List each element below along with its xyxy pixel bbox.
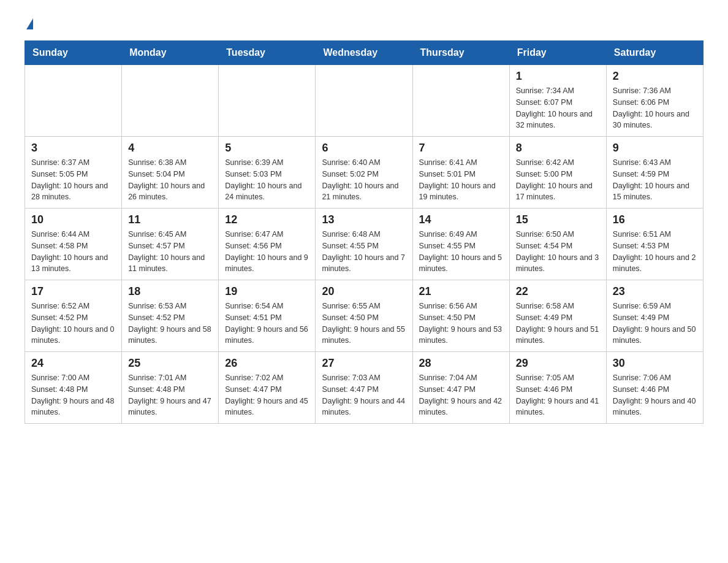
day-number: 21 <box>419 285 503 298</box>
day-detail: Sunrise: 7:34 AMSunset: 6:07 PMDaylight:… <box>516 85 600 131</box>
calendar-table: SundayMondayTuesdayWednesdayThursdayFrid… <box>25 40 703 424</box>
day-detail: Sunrise: 7:03 AMSunset: 4:47 PMDaylight:… <box>322 372 406 418</box>
day-number: 28 <box>419 357 503 370</box>
sunrise-text: Sunrise: 7:36 AM <box>613 85 697 97</box>
calendar-cell <box>122 65 219 137</box>
weekday-header-saturday: Saturday <box>606 41 703 65</box>
sunrise-text: Sunrise: 6:49 AM <box>419 229 503 240</box>
day-detail: Sunrise: 6:55 AMSunset: 4:50 PMDaylight:… <box>322 301 406 347</box>
sunrise-text: Sunrise: 6:55 AM <box>322 301 406 312</box>
day-detail: Sunrise: 6:53 AMSunset: 4:52 PMDaylight:… <box>128 301 212 347</box>
sunset-text: Sunset: 5:02 PM <box>322 169 406 180</box>
daylight-text: Daylight: 9 hours and 47 minutes. <box>128 396 212 419</box>
sunrise-text: Sunrise: 6:51 AM <box>613 229 697 240</box>
calendar-cell: 30Sunrise: 7:06 AMSunset: 4:46 PMDayligh… <box>606 352 703 424</box>
sunrise-text: Sunrise: 6:41 AM <box>419 157 503 169</box>
calendar-cell: 19Sunrise: 6:54 AMSunset: 4:51 PMDayligh… <box>219 280 316 352</box>
sunrise-text: Sunrise: 6:40 AM <box>322 157 406 169</box>
calendar-cell: 20Sunrise: 6:55 AMSunset: 4:50 PMDayligh… <box>316 280 412 352</box>
sunrise-text: Sunrise: 6:48 AM <box>322 229 406 240</box>
day-detail: Sunrise: 6:38 AMSunset: 5:04 PMDaylight:… <box>128 157 212 203</box>
sunset-text: Sunset: 4:46 PM <box>613 384 697 396</box>
sunrise-text: Sunrise: 7:06 AM <box>613 372 697 384</box>
calendar-body: 1Sunrise: 7:34 AMSunset: 6:07 PMDaylight… <box>25 65 703 424</box>
day-number: 9 <box>613 142 697 155</box>
sunset-text: Sunset: 5:05 PM <box>31 169 115 180</box>
sunrise-text: Sunrise: 6:53 AM <box>128 301 212 312</box>
calendar-cell <box>219 65 316 137</box>
calendar-cell: 13Sunrise: 6:48 AMSunset: 4:55 PMDayligh… <box>316 209 412 280</box>
calendar-cell <box>316 65 412 137</box>
calendar-cell: 24Sunrise: 7:00 AMSunset: 4:48 PMDayligh… <box>25 352 122 424</box>
daylight-text: Daylight: 10 hours and 13 minutes. <box>31 252 115 275</box>
calendar-cell: 11Sunrise: 6:45 AMSunset: 4:57 PMDayligh… <box>122 209 219 280</box>
weekday-header-friday: Friday <box>509 41 606 65</box>
sunrise-text: Sunrise: 6:37 AM <box>31 157 115 169</box>
calendar-cell: 14Sunrise: 6:49 AMSunset: 4:55 PMDayligh… <box>412 209 509 280</box>
day-detail: Sunrise: 7:01 AMSunset: 4:48 PMDaylight:… <box>128 372 212 418</box>
day-detail: Sunrise: 6:43 AMSunset: 4:59 PMDaylight:… <box>613 157 697 203</box>
calendar-week-row: 1Sunrise: 7:34 AMSunset: 6:07 PMDaylight… <box>25 65 703 137</box>
day-detail: Sunrise: 6:59 AMSunset: 4:49 PMDaylight:… <box>613 301 697 347</box>
sunset-text: Sunset: 4:58 PM <box>31 240 115 252</box>
day-number: 2 <box>613 70 697 83</box>
daylight-text: Daylight: 10 hours and 0 minutes. <box>31 324 115 347</box>
day-detail: Sunrise: 6:58 AMSunset: 4:49 PMDaylight:… <box>516 301 600 347</box>
calendar-cell: 2Sunrise: 7:36 AMSunset: 6:06 PMDaylight… <box>606 65 703 137</box>
daylight-text: Daylight: 9 hours and 56 minutes. <box>225 324 309 347</box>
daylight-text: Daylight: 9 hours and 51 minutes. <box>516 324 600 347</box>
day-number: 12 <box>225 213 309 226</box>
day-detail: Sunrise: 6:49 AMSunset: 4:55 PMDaylight:… <box>419 229 503 275</box>
weekday-header-sunday: Sunday <box>25 41 122 65</box>
day-detail: Sunrise: 7:06 AMSunset: 4:46 PMDaylight:… <box>613 372 697 418</box>
sunrise-text: Sunrise: 6:54 AM <box>225 301 309 312</box>
sunset-text: Sunset: 4:52 PM <box>128 312 212 324</box>
daylight-text: Daylight: 10 hours and 5 minutes. <box>419 252 503 275</box>
calendar-cell: 8Sunrise: 6:42 AMSunset: 5:00 PMDaylight… <box>509 137 606 209</box>
sunset-text: Sunset: 5:00 PM <box>516 169 600 180</box>
daylight-text: Daylight: 10 hours and 15 minutes. <box>613 180 697 204</box>
weekday-header-thursday: Thursday <box>412 41 509 65</box>
day-detail: Sunrise: 6:42 AMSunset: 5:00 PMDaylight:… <box>516 157 600 203</box>
sunset-text: Sunset: 4:47 PM <box>322 384 406 396</box>
calendar-cell: 23Sunrise: 6:59 AMSunset: 4:49 PMDayligh… <box>606 280 703 352</box>
sunset-text: Sunset: 6:07 PM <box>516 97 600 109</box>
sunset-text: Sunset: 4:55 PM <box>322 240 406 252</box>
calendar-cell: 17Sunrise: 6:52 AMSunset: 4:52 PMDayligh… <box>25 280 122 352</box>
day-number: 11 <box>128 213 212 226</box>
day-number: 10 <box>31 213 115 226</box>
daylight-text: Daylight: 10 hours and 9 minutes. <box>225 252 309 275</box>
daylight-text: Daylight: 10 hours and 11 minutes. <box>128 252 212 275</box>
daylight-text: Daylight: 10 hours and 24 minutes. <box>225 180 309 204</box>
sunset-text: Sunset: 4:50 PM <box>322 312 406 324</box>
day-detail: Sunrise: 6:45 AMSunset: 4:57 PMDaylight:… <box>128 229 212 275</box>
sunrise-text: Sunrise: 6:38 AM <box>128 157 212 169</box>
day-detail: Sunrise: 6:44 AMSunset: 4:58 PMDaylight:… <box>31 229 115 275</box>
day-number: 16 <box>613 213 697 226</box>
sunset-text: Sunset: 4:49 PM <box>613 312 697 324</box>
weekday-header-monday: Monday <box>122 41 219 65</box>
day-detail: Sunrise: 6:50 AMSunset: 4:54 PMDaylight:… <box>516 229 600 275</box>
daylight-text: Daylight: 9 hours and 50 minutes. <box>613 324 697 347</box>
calendar-cell: 12Sunrise: 6:47 AMSunset: 4:56 PMDayligh… <box>219 209 316 280</box>
daylight-text: Daylight: 9 hours and 40 minutes. <box>613 396 697 419</box>
sunset-text: Sunset: 5:04 PM <box>128 169 212 180</box>
sunset-text: Sunset: 4:54 PM <box>516 240 600 252</box>
day-detail: Sunrise: 7:00 AMSunset: 4:48 PMDaylight:… <box>31 372 115 418</box>
sunrise-text: Sunrise: 6:58 AM <box>516 301 600 312</box>
sunrise-text: Sunrise: 6:39 AM <box>225 157 309 169</box>
daylight-text: Daylight: 10 hours and 2 minutes. <box>613 252 697 275</box>
sunset-text: Sunset: 4:55 PM <box>419 240 503 252</box>
sunrise-text: Sunrise: 6:42 AM <box>516 157 600 169</box>
day-detail: Sunrise: 6:37 AMSunset: 5:05 PMDaylight:… <box>31 157 115 203</box>
calendar-cell: 10Sunrise: 6:44 AMSunset: 4:58 PMDayligh… <box>25 209 122 280</box>
daylight-text: Daylight: 10 hours and 21 minutes. <box>322 180 406 204</box>
day-detail: Sunrise: 6:52 AMSunset: 4:52 PMDaylight:… <box>31 301 115 347</box>
sunrise-text: Sunrise: 6:47 AM <box>225 229 309 240</box>
day-number: 15 <box>516 213 600 226</box>
calendar-header: SundayMondayTuesdayWednesdayThursdayFrid… <box>25 41 703 65</box>
calendar-cell <box>412 65 509 137</box>
logo-triangle-icon <box>26 18 33 29</box>
daylight-text: Daylight: 9 hours and 55 minutes. <box>322 324 406 347</box>
sunrise-text: Sunrise: 7:34 AM <box>516 85 600 97</box>
